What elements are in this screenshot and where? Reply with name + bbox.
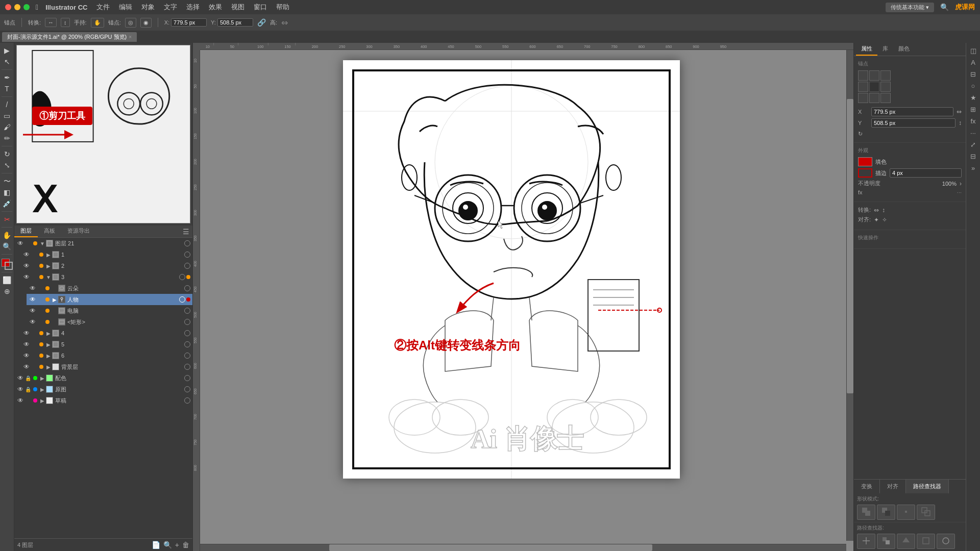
line-tool-icon[interactable]: / [6,99,8,110]
layer-eye-original[interactable]: 👁 [16,386,24,393]
tab-close-btn[interactable]: × [129,34,132,40]
rp-pf-outline[interactable] [937,534,955,549]
scrollbar-h-thumb[interactable] [329,544,652,551]
layer-circle-color[interactable] [184,375,190,381]
rp-tab-align[interactable]: 对齐 [880,480,906,493]
anchor-mc[interactable] [869,82,879,92]
rp-pf-crop[interactable] [917,534,935,549]
rp-stroke-swatch[interactable] [858,168,872,178]
layer-row-original[interactable]: 👁 🔒 ▶ 原图 [14,384,192,395]
layer-circle-1[interactable] [184,252,190,258]
layers-tab-highboard[interactable]: 高板 [38,226,61,237]
scrollbar-vertical[interactable] [846,50,853,541]
close-button[interactable] [5,4,11,10]
rp-anchor-convert-btn[interactable]: ✦ [874,216,879,223]
symbol-icon[interactable]: ⊕ [4,286,10,297]
menu-file[interactable]: 文件 [96,3,110,12]
rp-transform-btn1[interactable]: ⇔ [874,207,879,214]
layer-expand-original[interactable]: ▶ [39,387,46,392]
anchor-btn2[interactable]: ◉ [140,18,152,28]
artboard-icon[interactable]: ⬜ [3,274,11,286]
zoom-tool-icon[interactable]: 🔍 [3,241,11,252]
layer-circle-pc[interactable] [184,308,190,314]
layer-circle-5[interactable] [184,341,190,347]
layer-circle-bg[interactable] [184,364,190,370]
layer-eye-cloud[interactable]: 👁 [29,285,37,292]
rp-y-icon-btn[interactable]: ↕ [959,119,962,127]
minimize-button[interactable] [14,4,20,10]
menu-effects[interactable]: 效果 [209,3,222,12]
layer-row-color[interactable]: 👁 🔒 ▶ 配色 [14,372,192,384]
create-new-sublayer-btn[interactable]: + [175,541,179,549]
rp-shape-exclude[interactable] [917,505,935,520]
rect-tool-icon[interactable]: ▭ [4,110,10,121]
fr-expand-icon[interactable]: » [971,162,975,174]
layer-eye-1[interactable]: 👁 [22,251,31,258]
layer-expand-1[interactable]: ▶ [45,252,52,258]
fr-dots-icon[interactable]: ··· [970,127,976,139]
rp-tab-library[interactable]: 库 [877,43,893,56]
fr-layers-icon[interactable]: ⊟ [970,68,976,80]
pencil-tool-icon[interactable]: ✏ [4,133,10,144]
layer-circle-4[interactable] [184,330,190,336]
pen-tool-icon[interactable]: ✒ [4,72,10,83]
layer-lock-color[interactable]: 🔒 [24,375,32,381]
layer-row-1[interactable]: 👁 ▶ 1 [20,249,192,260]
layer-circle-rect[interactable] [184,319,190,325]
layer-row-5[interactable]: 👁 ▶ 5 [20,339,192,350]
fr-align-icon[interactable]: ⊟ [970,151,976,162]
layer-expand-4[interactable]: ▶ [45,331,52,336]
rp-opacity-chevron[interactable]: › [960,180,962,187]
anchor-mr[interactable] [880,82,891,92]
menu-window[interactable]: 窗口 [254,3,267,12]
rp-x-input[interactable] [871,107,953,116]
layer-eye-figure[interactable]: 👁 [29,296,37,303]
layer-eye-5[interactable]: 👁 [22,341,31,348]
fr-circle-icon[interactable]: ○ [971,80,975,92]
layer-eye-2[interactable]: 👁 [22,262,31,269]
anchor-tc[interactable] [869,70,879,81]
text-tool-icon[interactable]: T [5,83,9,94]
selection-tool-icon[interactable]: ▶ [4,45,10,56]
layer-row-draft[interactable]: 👁 ▶ 草稿 [14,395,192,406]
rp-transform-btn2[interactable]: ↕ [882,207,885,214]
layer-expand-3[interactable]: ▼ [45,274,52,280]
menu-help[interactable]: 帮助 [276,3,289,12]
layer-circle-6[interactable] [184,353,190,359]
layer-eye-6[interactable]: 👁 [22,352,31,359]
hand-tool-icon[interactable]: ✋ [3,230,11,241]
layer-expand-2[interactable]: ▶ [45,263,52,269]
rp-tab-color[interactable]: 颜色 [893,43,915,56]
anchor-tl[interactable] [858,70,868,81]
brush-tool-icon[interactable]: 🖌 [4,121,11,133]
layer-eye-rect[interactable]: 👁 [29,318,37,325]
layer-circle-2[interactable] [184,263,190,269]
scale-tool-icon[interactable]: ⤡ [4,160,10,171]
layer-expand-color[interactable]: ▶ [39,375,46,381]
scissors-tool-icon[interactable]: ✂ [4,214,10,225]
y-input[interactable] [217,18,253,27]
rp-y-input[interactable] [871,118,955,128]
layer-circle-21[interactable] [184,240,190,246]
direct-select-icon[interactable]: ↖ [4,56,10,67]
layers-tab-assets[interactable]: 资源导出 [61,226,96,237]
transform-btn1[interactable]: ↔ [45,18,57,27]
layer-row-6[interactable]: 👁 ▶ 6 [20,350,192,361]
layer-eye-color[interactable]: 👁 [16,374,24,382]
layer-row-3[interactable]: 👁 ▼ 3 [20,271,192,283]
fr-brush-icon[interactable]: A [971,57,975,68]
rp-tab-pathfinder[interactable]: 路径查找器 [906,480,949,493]
hand-btn[interactable]: ✋ [91,18,104,28]
fr-properties-icon[interactable]: ◫ [970,45,976,57]
warp-tool-icon[interactable]: 〜 [4,176,11,187]
menu-edit[interactable]: 编辑 [119,3,132,12]
fr-grid-icon[interactable]: ⊞ [970,104,976,115]
rp-pf-merge[interactable] [897,534,915,549]
menu-select[interactable]: 选择 [186,3,200,12]
layer-circle-3[interactable] [179,274,185,280]
x-input[interactable] [171,18,207,27]
rp-shape-intersect[interactable] [897,505,915,520]
layer-eye-draft[interactable]: 👁 [16,397,24,404]
layer-row-rect[interactable]: 👁 <矩形> [27,316,192,328]
anchor-bl[interactable] [858,93,868,103]
